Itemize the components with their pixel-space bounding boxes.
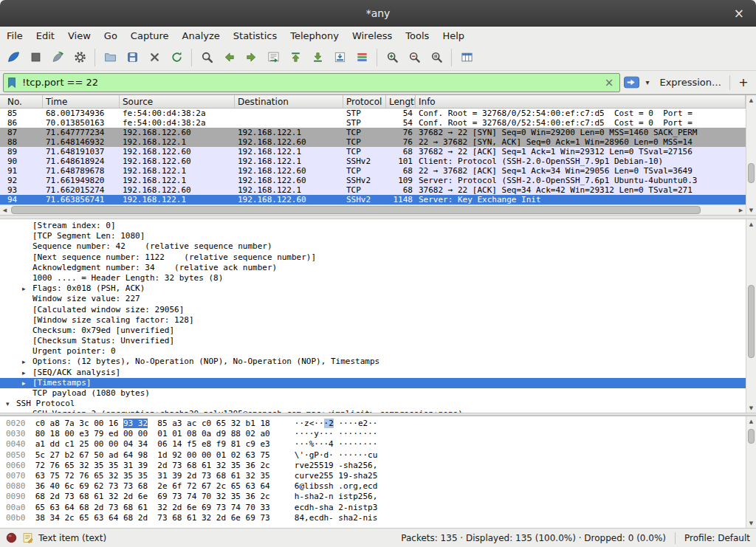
column-header-length[interactable]: Length [386, 95, 416, 108]
menu-item-capture[interactable]: Capture [124, 27, 176, 44]
detail-line[interactable]: Window size value: 227 [0, 294, 746, 304]
add-filter-button[interactable]: + [734, 75, 753, 89]
expander-icon[interactable]: ▸ [22, 378, 32, 388]
detail-line[interactable]: ▸Flags: 0x018 (PSH, ACK) [0, 283, 746, 294]
scroll-right-icon[interactable]: ▶ [736, 205, 746, 215]
clear-filter-icon[interactable]: × [602, 76, 617, 89]
detail-line[interactable]: ▾SSH Protocol [0, 399, 746, 409]
scroll-down-icon[interactable]: ▼ [746, 403, 756, 413]
column-header-no[interactable]: No. [0, 95, 43, 108]
hscroll-thumb[interactable] [11, 206, 701, 214]
detail-line[interactable]: Acknowledgment number: 34 (relative ack … [0, 263, 746, 273]
scroll-down-icon[interactable]: ▼ [746, 205, 756, 215]
go-back-button[interactable] [218, 47, 240, 69]
expression-button[interactable]: Expression… [655, 77, 726, 88]
packet-list-vscrollbar[interactable]: ▲ ▼ [746, 95, 756, 215]
detail-line[interactable]: [TCP Segment Len: 1080] [0, 231, 746, 241]
column-header-time[interactable]: Time [43, 95, 120, 108]
menu-item-wireless[interactable]: Wireless [346, 27, 399, 44]
hex-row-0030[interactable]: 0030 80 18 00 e3 79 ed 00 00 01 01 08 0a… [6, 429, 746, 439]
resize-columns-button[interactable] [456, 47, 478, 69]
expander-icon[interactable]: ▸ [22, 283, 32, 294]
detail-line[interactable]: ▸[SEQ/ACK analysis] [0, 368, 746, 378]
filter-history-dropdown-icon[interactable]: ▾ [643, 78, 651, 86]
hex-row-0070[interactable]: 0070 63 75 72 76 65 32 35 35 31 39 2d 73… [6, 471, 746, 481]
capture-start-button[interactable] [2, 47, 24, 69]
packet-row-94[interactable]: 9471.663856741192.168.122.1192.168.122.6… [0, 195, 746, 204]
expander-icon[interactable]: ▸ [22, 368, 32, 378]
detail-line[interactable]: [Stream index: 0] [0, 221, 746, 231]
scroll-left-icon[interactable]: ◀ [0, 205, 10, 215]
menu-item-telephony[interactable]: Telephony [284, 27, 346, 44]
zoom-original-button[interactable] [425, 47, 447, 69]
packet-row-85[interactable]: 8568.001734936fe:54:00:d4:38:2aSTP54Conf… [0, 109, 746, 118]
packet-row-89[interactable]: 8971.648191037192.168.122.60192.168.122.… [0, 147, 746, 156]
menu-item-view[interactable]: View [61, 27, 97, 44]
expander-icon[interactable]: ▾ [6, 399, 16, 409]
column-header-protocol[interactable]: Protocol [343, 95, 386, 108]
hex-row-0060[interactable]: 0060 72 76 65 32 35 35 31 39 2d 73 68 61… [6, 461, 746, 471]
packet-row-90[interactable]: 9071.648618924192.168.122.60192.168.122.… [0, 156, 746, 166]
detail-line[interactable]: [Checksum Status: Unverified] [0, 336, 746, 346]
menu-item-help[interactable]: Help [436, 27, 471, 44]
display-filter-input[interactable]: !tcp.port == 22 × [3, 73, 620, 92]
detail-line[interactable]: [Window size scaling factor: 128] [0, 315, 746, 326]
expert-info-icon[interactable] [6, 532, 17, 543]
scroll-down-icon[interactable]: ▼ [746, 518, 756, 528]
scroll-up-icon[interactable]: ▲ [746, 219, 756, 229]
packet-row-86[interactable]: 8670.013850163fe:54:00:d4:38:2aSTP54Conf… [0, 118, 746, 128]
detail-line[interactable]: ▸[Timestamps] [0, 378, 746, 388]
menu-item-edit[interactable]: Edit [30, 27, 61, 44]
hex-row-00b0[interactable]: 00b0 38 34 2c 65 63 64 68 2d 73 68 61 32… [6, 513, 746, 523]
menu-item-file[interactable]: File [0, 27, 30, 44]
hex-vscroll-thumb[interactable] [748, 429, 755, 444]
go-last-button[interactable] [306, 47, 329, 69]
packet-row-92[interactable]: 9271.661949820192.168.122.1192.168.122.6… [0, 176, 746, 185]
menu-item-tools[interactable]: Tools [399, 27, 436, 44]
capture-stop-button[interactable] [24, 47, 47, 69]
go-forward-button[interactable] [240, 47, 262, 69]
capture-comment-icon[interactable] [22, 532, 33, 543]
detail-vscroll-thumb[interactable] [748, 285, 755, 358]
close-capture-button[interactable] [143, 47, 165, 69]
hex-row-00a0[interactable]: 00a0 65 63 64 68 2d 73 68 61 32 2d 6e 69… [6, 503, 746, 513]
expander-icon[interactable]: ▸ [22, 357, 32, 367]
detail-line[interactable]: Checksum: 0x79ed [unverified] [0, 326, 746, 336]
column-header-info[interactable]: Info [416, 95, 746, 108]
capture-options-button[interactable] [69, 47, 91, 69]
detail-line[interactable]: 1000 .... = Header Length: 32 bytes (8) [0, 273, 746, 283]
hex-row-0040[interactable]: 0040 a1 dd c1 25 00 00 04 34 06 14 f5 e8… [6, 439, 746, 450]
scroll-up-icon[interactable]: ▲ [746, 95, 756, 105]
detail-vscrollbar[interactable]: ▲ ▼ [746, 219, 756, 413]
find-packet-button[interactable] [196, 47, 218, 69]
menu-item-analyze[interactable]: Analyze [176, 27, 227, 44]
auto-scroll-button[interactable] [329, 47, 351, 69]
detail-line[interactable]: [Calculated window size: 29056] [0, 305, 746, 315]
detail-line[interactable]: TCP payload (1080 bytes) [0, 388, 746, 399]
menu-item-statistics[interactable]: Statistics [227, 27, 284, 44]
packet-row-88[interactable]: 8871.648146932192.168.122.1192.168.122.6… [0, 137, 746, 147]
status-profile[interactable]: Profile: Default [684, 533, 750, 543]
packet-list-vscroll-thumb[interactable] [748, 163, 755, 183]
save-capture-button[interactable] [121, 47, 143, 69]
hex-row-0090[interactable]: 0090 68 2d 73 68 61 32 2d 6e 69 73 74 70… [6, 492, 746, 502]
filter-value-text[interactable]: !tcp.port == 22 [20, 77, 599, 88]
column-header-destination[interactable]: Destination [235, 95, 343, 108]
packet-row-87[interactable]: 8771.647777234192.168.122.60192.168.122.… [0, 128, 746, 137]
menu-item-go[interactable]: Go [97, 27, 124, 44]
scroll-up-icon[interactable]: ▲ [746, 416, 756, 426]
detail-line[interactable]: [Next sequence number: 1122 (relative se… [0, 252, 746, 263]
go-first-button[interactable] [284, 47, 306, 69]
go-to-packet-button[interactable] [262, 47, 284, 69]
hex-vscrollbar[interactable]: ▲ ▼ [746, 416, 756, 528]
window-close-button[interactable]: × [728, 0, 750, 27]
hex-row-0080[interactable]: 0080 36 40 6c 69 62 73 73 68 2e 6f 72 67… [6, 481, 746, 492]
detail-line[interactable]: Urgent pointer: 0 [0, 346, 746, 357]
zoom-out-button[interactable] [403, 47, 425, 69]
packet-row-93[interactable]: 9371.662015274192.168.122.60192.168.122.… [0, 185, 746, 195]
zoom-in-button[interactable] [381, 47, 403, 69]
open-capture-button[interactable] [99, 47, 121, 69]
column-header-source[interactable]: Source [120, 95, 235, 108]
hex-row-0020[interactable]: 0020 c0 a8 7a 3c 00 16 93 32 85 a3 ac c0… [6, 419, 746, 429]
title-bar[interactable]: *any × [0, 0, 756, 27]
